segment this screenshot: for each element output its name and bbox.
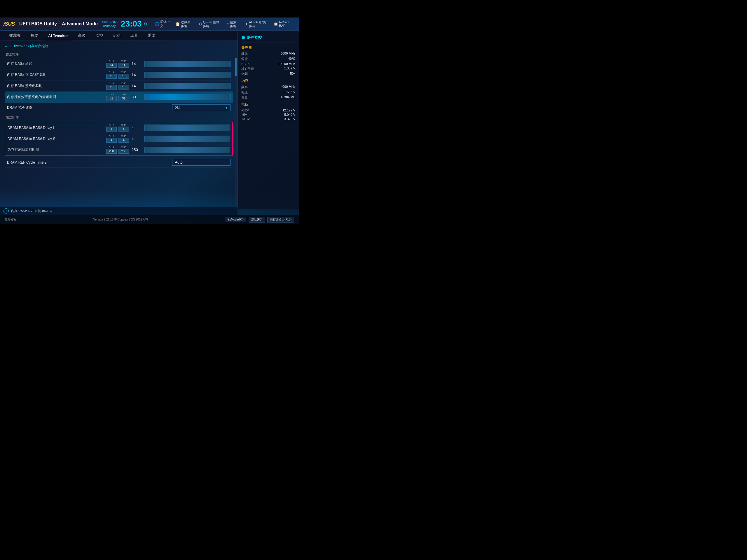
- ras-pre-bar: [145, 83, 231, 89]
- tras-cha-value: 31: [106, 96, 117, 101]
- cas-latency-label: 内存 CAS# 延迟: [7, 61, 106, 66]
- save-exit-button[interactable]: 保存并退出(F10): [267, 217, 294, 222]
- hw-monitor-panel: 🖥 硬件监控 处理器 频率 5000 MHz 温度 49°C BCLK 100.…: [237, 32, 299, 209]
- rras-s-value: 4: [132, 136, 143, 141]
- tras-chb-value: 31: [119, 96, 129, 101]
- favorites-tool[interactable]: 📋 收藏夹(F3): [175, 20, 195, 28]
- info-text: 内存 RAS# ACT 时间 (tRAS): [11, 209, 52, 213]
- mem-cap-row: 容量 16384 MB: [241, 96, 295, 100]
- refresh-channel-group: CHA 250 CHB 250: [106, 146, 129, 154]
- cpu-freq-row: 频率 5000 MHz: [241, 52, 295, 56]
- language-tool[interactable]: 🌐 简体中文: [155, 20, 172, 28]
- ras-to-cas-row[interactable]: 内存 RAS# 到 CAS# 延时 CHA 15 CHB 15 14: [5, 70, 233, 80]
- cas-cha-block: CHA 14: [106, 60, 117, 68]
- tras-value: 30: [132, 95, 143, 99]
- dram-ref-dropdown[interactable]: Auto: [172, 159, 231, 166]
- resizebar-tool[interactable]: 🔲 ReSize BAR: [274, 20, 295, 27]
- cpu-freq-label: 频率: [241, 52, 248, 56]
- mem-volt-value: 1.568 V: [284, 90, 295, 95]
- mem-freq-label: 频率: [241, 85, 248, 89]
- ras-pre-chb-block: CHB 15: [118, 82, 129, 90]
- v12-value: 12.192 V: [282, 108, 295, 112]
- qfan-icon: ⚙: [199, 22, 202, 26]
- primary-section-header: 首选时序: [5, 52, 233, 57]
- chb-label-0: CHB: [121, 60, 126, 63]
- v5-label: +5V: [241, 113, 247, 116]
- info-bar: i 内存 RAS# ACT 时间 (tRAS): [0, 207, 237, 215]
- cha-label-s0: CHA: [108, 124, 114, 127]
- ezmode-button[interactable]: EzMode(F7): [225, 217, 246, 222]
- multiplier-value: 50x: [290, 72, 295, 76]
- ras-pre-cha-value: 15: [106, 85, 117, 90]
- ras-precharge-label: 内存 RAS# 预充电延时: [7, 83, 106, 88]
- rras-delay-l-row[interactable]: DRAM RAS# to RAS# Delay L CHA 4 CHB 4 4: [5, 122, 232, 133]
- default-button[interactable]: 默认(F5): [249, 217, 265, 222]
- chb-label-3: CHB: [121, 93, 126, 96]
- dram-ref-label: DRAM REF Cycle Time 2: [7, 160, 104, 164]
- date-display: 05/12/2022 Thursday: [102, 20, 119, 28]
- aura-tool[interactable]: ✦ AURA 开/关(F4): [245, 20, 270, 28]
- nav-tools[interactable]: 工具: [126, 31, 143, 41]
- scrollbar-thumb[interactable]: [235, 58, 237, 76]
- nav-favorites[interactable]: 收藏夹: [5, 31, 25, 41]
- bios-container: /SUS UEFI BIOS Utility – Advanced Mode 0…: [0, 18, 299, 224]
- rras-l-value-container: 4: [132, 125, 230, 131]
- time-section: 05/12/2022 Thursday 23:03 ⚙: [102, 19, 148, 29]
- rras-delay-s-row[interactable]: DRAM RAS# to RAS# Delay S CHA 4 CHB 4 4: [5, 133, 232, 144]
- ras-precharge-row[interactable]: 内存 RAS# 预充电延时 CHA 15 CHB 15 14: [5, 80, 233, 91]
- mem-volt-label: 电压: [241, 90, 248, 95]
- tras-row[interactable]: 内存行有效至预充电的最短周期 CHA 31 CHB 31 30: [5, 91, 233, 103]
- info-icon: i: [3, 208, 9, 213]
- cha-label-s2: CHA: [108, 146, 114, 149]
- tras-channel-group: CHA 31 CHB 31: [106, 93, 129, 101]
- cha-label-3: CHA: [108, 93, 114, 96]
- dram-rate-value: 2N: [175, 106, 180, 110]
- top-black-area: [0, 0, 299, 18]
- ras-cas-bar: [145, 72, 231, 78]
- qfan-tool[interactable]: ⚙ Q-Fan 控制(F6): [199, 20, 224, 28]
- chb-label-1: CHB: [121, 71, 126, 74]
- mem-cap-label: 容量: [241, 96, 248, 100]
- tras-cha-block: CHA 31: [106, 93, 117, 101]
- volt-section-title: 电压: [241, 102, 295, 107]
- cpu-temp-row: 温度 49°C: [241, 57, 295, 61]
- mem-cap-value: 16384 MB: [281, 96, 295, 100]
- rras-s-chb-value: 4: [119, 138, 129, 143]
- dram-rate-dropdown[interactable]: 2N ▼: [172, 104, 231, 111]
- cpu-temp-value: 49°C: [288, 57, 295, 61]
- rras-l-cha-value: 4: [106, 127, 117, 132]
- scrollbar[interactable]: [235, 58, 237, 214]
- search-icon: ?: [227, 22, 229, 26]
- rras-l-bar: [145, 125, 230, 131]
- multiplier-row: 倍频 50x: [241, 72, 295, 76]
- nav-overview[interactable]: 概要: [26, 31, 43, 41]
- chb-label-s0: CHB: [121, 124, 126, 127]
- refresh-chb-block: CHB 250: [118, 146, 129, 154]
- dram-ref-row[interactable]: DRAM REF Cycle Time 2 Auto: [5, 157, 233, 168]
- refresh-cycle-row[interactable]: 为存行刷新周期时间 CHA 250 CHB 250 250: [5, 144, 232, 156]
- settings-gear-icon[interactable]: ⚙: [144, 22, 148, 26]
- rras-l-channel-group: CHA 4 CHB 4: [106, 124, 129, 132]
- search-tool[interactable]: ? 搜索(F9): [227, 20, 241, 28]
- dram-rate-row[interactable]: DRAM 指令速率 2N ▼: [5, 103, 233, 113]
- v33-value: 3.328 V: [284, 117, 295, 121]
- rras-l-chb-value: 4: [119, 127, 129, 132]
- bclk-label: BCLK: [241, 62, 250, 65]
- nav-advanced[interactable]: 高级: [73, 31, 90, 41]
- resizebar-icon: 🔲: [274, 22, 278, 26]
- nav-ai-tweaker[interactable]: Ai Tweaker: [44, 31, 73, 40]
- nav-monitor[interactable]: 监控: [91, 31, 108, 41]
- favorites-icon: 📋: [175, 22, 180, 26]
- cas-latency-row[interactable]: 内存 CAS# 延迟 CHA 14 CHB 14 14: [5, 58, 233, 70]
- ras-cas-cha-value: 15: [106, 74, 117, 79]
- cas-cha-value: 14: [106, 63, 117, 68]
- cas-bar: [145, 61, 231, 67]
- rras-s-bar: [145, 136, 230, 142]
- rras-l-value: 4: [132, 126, 143, 130]
- tras-bar: [145, 94, 231, 100]
- nav-exit[interactable]: 退出: [143, 31, 160, 41]
- nav-boot[interactable]: 启动: [108, 31, 125, 41]
- hw-monitor-title: 🖥 硬件监控: [241, 35, 295, 43]
- dropdown-arrow-icon: ▼: [225, 106, 228, 109]
- v5-row: +5V 5.040 V: [241, 113, 295, 116]
